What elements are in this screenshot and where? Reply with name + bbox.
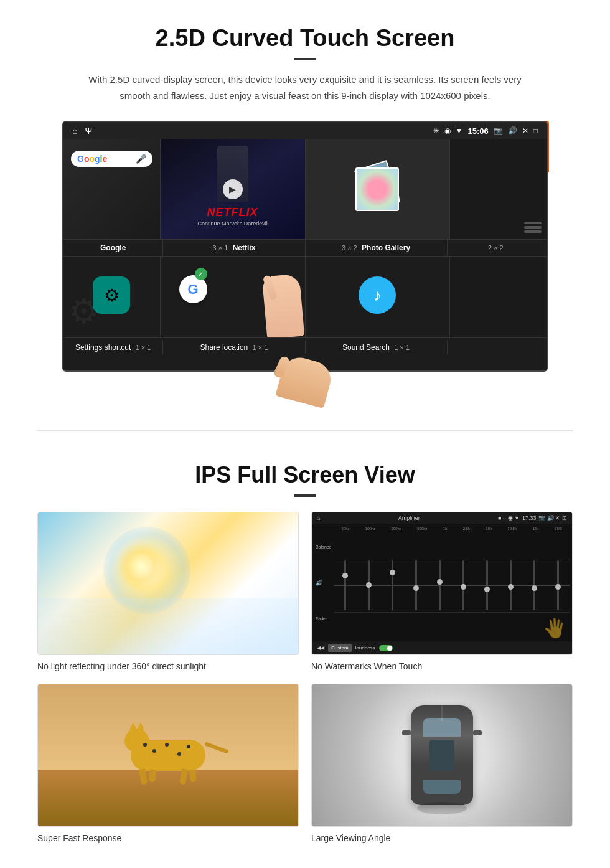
eq-slider-2[interactable] [368, 560, 370, 610]
close-box-icon[interactable]: ✕ [522, 126, 528, 135]
gallery-bg [306, 139, 450, 239]
car-top-view [411, 705, 473, 805]
grid-cell-gallery[interactable] [306, 139, 451, 239]
sunlight-image [38, 512, 298, 654]
ips-item-equalizer: ⌂ Amplifier ■ ·· ◉ ▼ 17:33 📷 🔊 ✕ ⊡ Balan… [311, 512, 573, 671]
freq-100hz: 100hz [365, 527, 375, 531]
spacer-size: 2 × 2 [488, 244, 504, 252]
section-divider [37, 430, 573, 431]
freq-200hz: 200hz [392, 527, 401, 531]
sound-icon[interactable]: ♪ [359, 276, 396, 314]
window-icon: □ [533, 126, 538, 135]
equalizer-caption: No Watermarks When Touch [311, 661, 573, 671]
status-time: 15:06 [468, 126, 489, 136]
freq-125k: 12.5k [507, 527, 517, 531]
netflix-size-tag: 3 × 1 [213, 244, 228, 252]
label-spacer: 2 × 2 [448, 240, 547, 256]
label-netflix: 3 × 1 Netflix [163, 240, 305, 256]
car-top-view-wrap [411, 705, 473, 805]
mic-icon[interactable]: 🎤 [136, 154, 146, 164]
eq-slider-10[interactable] [557, 560, 559, 610]
home-icon-eq: ⌂ [317, 515, 320, 521]
sound-size: 1 × 1 [394, 344, 410, 351]
grid-cell-netflix[interactable]: ▶ NETFLIX Continue Marvel's Daredevil [161, 139, 306, 239]
freq-25k: 2.5k [463, 527, 470, 531]
usb-icon: Ψ [85, 126, 92, 136]
eq-slider-1[interactable] [344, 560, 346, 610]
eq-slider-8[interactable] [510, 560, 512, 610]
netflix-logo-text: NETFLIX [167, 206, 299, 219]
eq-slider-7[interactable] [486, 560, 488, 610]
label-gallery: 3 × 2 Photo Gallery [306, 240, 448, 256]
settings-icon[interactable]: ⚙ [93, 276, 130, 314]
settings-label-text: Settings shortcut [75, 343, 131, 352]
hand-gesture [255, 263, 305, 337]
ips-item-sunlight: No light reflecting under 360° direct su… [37, 512, 299, 671]
camera-icon: 📷 [494, 126, 503, 135]
car-mirror-left [402, 730, 411, 735]
car-rear-windshield [423, 780, 461, 794]
equalizer-image: ⌂ Amplifier ■ ·· ◉ ▼ 17:33 📷 🔊 ✕ ⊡ Balan… [312, 512, 572, 654]
netflix-app-name: Netflix [233, 243, 256, 252]
grid-labels-top: Google 3 × 1 Netflix 3 × 2 Photo Gallery… [63, 240, 547, 257]
android-screen: ⌂ Ψ ✳ ◉ ▼ 15:06 📷 🔊 ✕ □ [62, 121, 548, 372]
spot-1 [143, 743, 147, 747]
label-settings: Settings shortcut 1 × 1 [63, 341, 163, 354]
freq-500hz: 500hz [417, 527, 427, 531]
sound-label-text: Sound Search [342, 343, 390, 352]
grid-row-top: Google 🎤 ▶ [63, 139, 547, 240]
eq-label-fader: Fader [316, 616, 331, 621]
custom-btn[interactable]: Custom [328, 644, 352, 652]
sunlight-caption: No light reflecting under 360° direct su… [37, 661, 299, 671]
freq-10k: 10k [486, 527, 492, 531]
eq-slider-5[interactable] [439, 560, 441, 610]
eq-slider-9[interactable] [533, 560, 535, 610]
eq-extra-icons: 📷 🔊 ✕ ⊡ [538, 515, 567, 521]
hand-below-screen [62, 353, 548, 405]
grid-cell-sound[interactable]: ♪ [306, 257, 451, 337]
bluetooth-icon: ✳ [433, 126, 439, 135]
status-bar: ⌂ Ψ ✳ ◉ ▼ 15:06 📷 🔊 ✕ □ [63, 122, 547, 139]
eq-speaker-icon: 🔊 [316, 580, 331, 586]
cheetah-body [131, 740, 205, 771]
equalizer-image-box: ⌂ Amplifier ■ ·· ◉ ▼ 17:33 📷 🔊 ✕ ⊡ Balan… [311, 512, 573, 655]
eq-icons: ■ ·· ◉ ▼ [498, 515, 520, 521]
grid-row-bottom: ⚙ ⚙ G ✓ [63, 257, 547, 338]
grid-cell-google[interactable]: Google 🎤 [63, 139, 161, 239]
netflix-logo-overlay: NETFLIX Continue Marvel's Daredevil [167, 206, 299, 227]
hood-line [441, 705, 443, 721]
eq-top-bar: ⌂ Amplifier ■ ·· ◉ ▼ 17:33 📷 🔊 ✕ ⊡ [312, 512, 572, 524]
cheetah-image-box [37, 684, 299, 827]
loudness-toggle[interactable] [379, 645, 393, 651]
eq-slider-4[interactable] [415, 560, 417, 610]
home-icon[interactable]: ⌂ [72, 126, 77, 136]
ips-item-car: Large Viewing Angle [311, 684, 573, 843]
settings-size: 1 × 1 [136, 344, 151, 351]
signal-icon: ▼ [456, 126, 463, 135]
eq-slider-6[interactable] [462, 560, 464, 610]
netflix-bg: ▶ NETFLIX Continue Marvel's Daredevil [161, 139, 305, 239]
spot-3 [165, 743, 169, 747]
label-empty [448, 341, 547, 354]
spot-2 [152, 749, 156, 753]
eq-slider-3[interactable] [392, 560, 393, 610]
share-size: 1 × 1 [253, 344, 268, 351]
cheetah-caption: Super Fast Response [37, 833, 299, 843]
netflix-subtitle: Continue Marvel's Daredevil [167, 220, 299, 227]
google-search-bar[interactable]: Google 🎤 [71, 151, 152, 167]
play-button[interactable]: ▶ [223, 179, 243, 199]
grid-cell-settings[interactable]: ⚙ ⚙ [63, 257, 161, 337]
grid-cell-share[interactable]: G ✓ [161, 257, 306, 337]
eq-label-balance: Balance [316, 545, 331, 549]
section-ips: IPS Full Screen View No light reflecting… [0, 443, 610, 856]
label-google: Google [63, 240, 163, 256]
freq-1k: 1k [443, 527, 447, 531]
screen-wrapper: Screen Size 9" ⌂ Ψ ✳ ◉ ▼ 15:06 📷 🔊 ✕ [62, 121, 548, 405]
ips-grid: No light reflecting under 360° direct su… [37, 512, 573, 843]
eq-time: 17:33 [522, 515, 537, 521]
loudness-label: loudness [355, 645, 375, 651]
car-caption: Large Viewing Angle [311, 833, 573, 843]
prev-icon: ◀◀ [317, 645, 324, 651]
label-share: Share location 1 × 1 [163, 341, 305, 354]
label-sound: Sound Search 1 × 1 [306, 341, 448, 354]
